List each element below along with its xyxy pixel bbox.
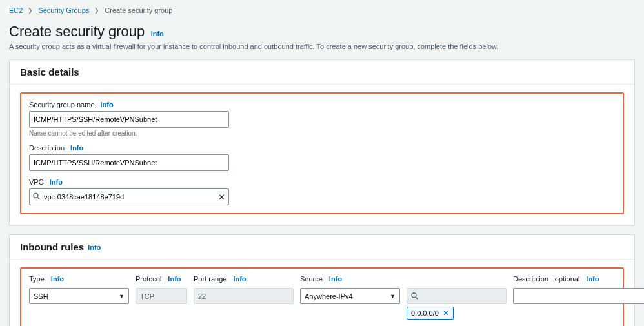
basic-highlight-box: Security group name Info Name cannot be …: [20, 92, 624, 214]
label-sg-name-text: Security group name: [29, 101, 95, 108]
col-protocol: Protocol: [136, 275, 161, 283]
col-source: Source: [300, 275, 323, 283]
type-value: SSH: [34, 292, 48, 300]
rule-row: SSH ▼ TCP 22 Anywhere-IPv4 ▼ 0.0.0.0/0 ✕: [29, 288, 615, 320]
port-readonly: 22: [194, 288, 294, 304]
panel-basic-details: Basic details Security group name Info N…: [9, 59, 635, 225]
basic-heading-text: Basic details: [20, 66, 79, 77]
label-description: Description Info: [29, 144, 83, 152]
svg-point-0: [34, 194, 38, 198]
rule-description-input[interactable]: [513, 288, 644, 304]
label-vpc-text: VPC: [29, 178, 44, 186]
type-select[interactable]: SSH ▼: [29, 288, 129, 304]
page-subtitle: A security group acts as a virtual firew…: [9, 43, 635, 50]
label-sg-name: Security group name Info: [29, 101, 114, 108]
page-title: Create security group: [9, 23, 145, 40]
chevron-icon: ❯: [28, 7, 33, 14]
breadcrumb-security-groups[interactable]: Security Groups: [38, 6, 89, 14]
protocol-readonly: TCP: [136, 288, 187, 304]
info-link-title[interactable]: Info: [151, 30, 164, 37]
chevron-icon: ❯: [94, 7, 99, 14]
caret-icon: ▼: [119, 293, 125, 300]
info-link-desc[interactable]: Info: [586, 275, 599, 283]
search-icon: [411, 292, 418, 300]
info-link-type[interactable]: Info: [51, 275, 64, 283]
input-sg-name[interactable]: [29, 111, 229, 128]
page-header: Create security group Info: [9, 23, 635, 43]
info-link-vpc[interactable]: Info: [50, 178, 63, 186]
source-mode-select[interactable]: Anywhere-IPv4 ▼: [300, 288, 400, 304]
svg-point-2: [412, 293, 416, 298]
svg-line-3: [416, 298, 418, 300]
label-vpc: VPC Info: [29, 178, 63, 186]
caret-icon: ▼: [390, 293, 396, 300]
label-desc-text: Description: [29, 144, 65, 152]
input-description[interactable]: [29, 154, 229, 171]
clear-icon[interactable]: ✕: [218, 192, 225, 202]
info-link-inbound[interactable]: Info: [88, 243, 101, 251]
panel-heading-inbound: Inbound rules Info: [10, 235, 634, 260]
cidr-value: 0.0.0.0/0: [411, 309, 439, 317]
inbound-highlight-box: TypeInfo ProtocolInfo Port rangeInfo Sou…: [20, 267, 624, 326]
source-mode-value: Anywhere-IPv4: [305, 292, 353, 300]
col-type: Type: [29, 275, 45, 283]
info-link-sg-name[interactable]: Info: [101, 101, 114, 108]
inbound-heading-text: Inbound rules: [20, 241, 84, 252]
info-link-description[interactable]: Info: [70, 144, 83, 152]
breadcrumb: EC2 ❯ Security Groups ❯ Create security …: [9, 6, 635, 14]
source-search[interactable]: [407, 288, 507, 304]
rules-header: TypeInfo ProtocolInfo Port rangeInfo Sou…: [29, 275, 615, 283]
input-vpc[interactable]: [29, 188, 229, 205]
info-link-port[interactable]: Info: [233, 275, 246, 283]
breadcrumb-current: Create security group: [105, 6, 172, 14]
hint-sg-name: Name cannot be edited after creation.: [29, 130, 615, 137]
cidr-token: 0.0.0.0/0 ✕: [407, 307, 454, 320]
info-link-source[interactable]: Info: [329, 275, 342, 283]
col-port: Port range: [194, 275, 226, 283]
info-link-protocol[interactable]: Info: [168, 275, 181, 283]
breadcrumb-ec2[interactable]: EC2: [9, 6, 23, 14]
remove-token-icon[interactable]: ✕: [443, 309, 449, 318]
search-icon: [33, 193, 40, 201]
col-desc: Description - optional: [513, 275, 579, 283]
panel-inbound-rules: Inbound rules Info TypeInfo ProtocolInfo…: [9, 234, 635, 326]
svg-line-1: [38, 198, 40, 199]
panel-heading-basic: Basic details: [10, 60, 634, 85]
